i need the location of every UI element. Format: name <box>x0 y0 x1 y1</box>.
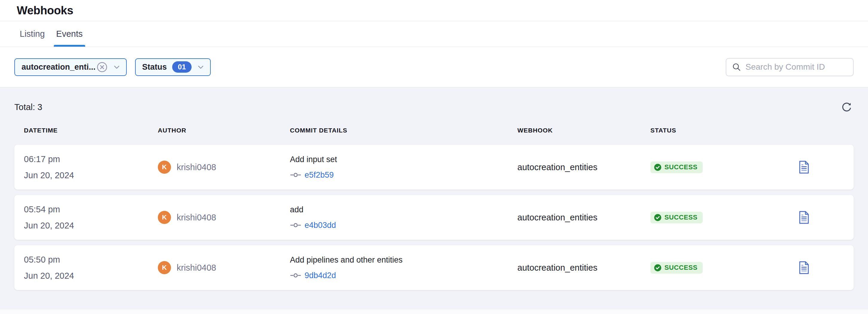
status-count-badge: 01 <box>172 61 192 73</box>
commit-details-cell: add e4b03dd <box>290 205 517 229</box>
git-commit-icon <box>290 222 301 229</box>
payload-details-icon[interactable] <box>798 210 810 224</box>
commit-message: add <box>290 205 517 215</box>
commit-message: Add input set <box>290 155 517 164</box>
status-filter-chip[interactable]: Status 01 <box>135 58 211 76</box>
author-name: krishi0408 <box>177 212 216 223</box>
chevron-down-icon[interactable] <box>113 63 121 71</box>
footer-strip <box>0 310 868 314</box>
events-panel: Total: 3 DATETIME AUTHOR COMMIT DETAILS … <box>0 87 868 310</box>
tab-bar: Listing Events <box>0 21 868 47</box>
git-commit-icon <box>290 171 301 178</box>
chevron-down-icon[interactable] <box>197 63 205 71</box>
results-toolbar: Total: 3 <box>14 87 854 115</box>
event-date: Jun 20, 2024 <box>24 272 158 280</box>
datetime-cell: 05:50 pm Jun 20, 2024 <box>24 255 158 280</box>
author-cell: K krishi0408 <box>158 211 290 224</box>
avatar: K <box>158 261 171 274</box>
total-count: Total: 3 <box>14 102 42 112</box>
check-circle-icon <box>654 163 662 171</box>
status-badge: SUCCESS <box>650 262 703 274</box>
author-cell: K krishi0408 <box>158 161 290 174</box>
table-row[interactable]: 06:17 pm Jun 20, 2024 K krishi0408 Add i… <box>14 145 854 190</box>
commit-details-cell: Add input set e5f2b59 <box>290 155 517 179</box>
column-header-commit-details: COMMIT DETAILS <box>290 127 517 134</box>
status-text: SUCCESS <box>664 163 698 171</box>
commit-details-cell: Add pipelines and other entities 9db4d2d <box>290 256 517 280</box>
webhook-name: autocreation_entities <box>517 162 650 172</box>
check-circle-icon <box>654 213 662 222</box>
webhook-name: autocreation_entities <box>517 212 650 223</box>
status-badge: SUCCESS <box>650 212 703 223</box>
commit-message: Add pipelines and other entities <box>290 256 517 265</box>
avatar: K <box>158 211 171 224</box>
status-filter-label: Status <box>142 62 167 72</box>
status-text: SUCCESS <box>664 264 698 272</box>
event-time: 05:54 pm <box>24 205 158 214</box>
check-circle-icon <box>654 264 662 272</box>
datetime-cell: 05:54 pm Jun 20, 2024 <box>24 205 158 230</box>
column-header-status: STATUS <box>650 127 764 134</box>
event-time: 06:17 pm <box>24 155 158 164</box>
datetime-cell: 06:17 pm Jun 20, 2024 <box>24 155 158 180</box>
status-badge: SUCCESS <box>650 162 703 173</box>
commit-id-link[interactable]: e5f2b59 <box>305 171 334 179</box>
status-text: SUCCESS <box>664 213 698 221</box>
search-box <box>726 58 854 76</box>
table-row[interactable]: 05:50 pm Jun 20, 2024 K krishi0408 Add p… <box>14 245 854 290</box>
refresh-button[interactable] <box>839 100 854 114</box>
webhook-filter-chip[interactable]: autocreation_enti... <box>14 58 127 76</box>
commit-id-link[interactable]: 9db4d2d <box>305 272 336 280</box>
search-input[interactable] <box>745 62 854 72</box>
table-header-row: DATETIME AUTHOR COMMIT DETAILS WEBHOOK S… <box>14 127 854 134</box>
commit-id-link[interactable]: e4b03dd <box>305 221 336 229</box>
page-header: Webhooks <box>0 0 868 21</box>
event-date: Jun 20, 2024 <box>24 221 158 230</box>
search-icon <box>732 62 741 72</box>
payload-details-icon[interactable] <box>798 160 810 174</box>
author-cell: K krishi0408 <box>158 261 290 274</box>
webhook-filter-label: autocreation_enti... <box>22 62 96 72</box>
column-header-webhook: WEBHOOK <box>517 127 650 134</box>
filter-bar: autocreation_enti... Status 01 <box>0 47 868 87</box>
git-commit-icon <box>290 272 301 279</box>
author-name: krishi0408 <box>177 162 216 172</box>
table-row[interactable]: 05:54 pm Jun 20, 2024 K krishi0408 add e… <box>14 195 854 240</box>
author-name: krishi0408 <box>177 263 216 273</box>
refresh-icon <box>841 102 852 113</box>
tab-listing[interactable]: Listing <box>20 21 45 47</box>
event-time: 05:50 pm <box>24 255 158 264</box>
avatar: K <box>158 161 171 174</box>
column-header-author: AUTHOR <box>158 127 290 134</box>
page-title: Webhooks <box>17 4 73 17</box>
column-header-datetime: DATETIME <box>24 127 158 134</box>
webhook-name: autocreation_entities <box>517 263 650 273</box>
close-circle-icon[interactable] <box>97 62 107 73</box>
event-date: Jun 20, 2024 <box>24 171 158 180</box>
payload-details-icon[interactable] <box>798 261 810 275</box>
tab-events[interactable]: Events <box>56 21 83 47</box>
